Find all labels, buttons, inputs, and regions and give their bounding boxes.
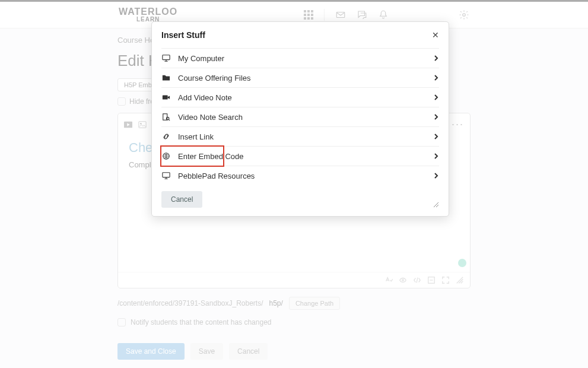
svg-rect-7 [163,55,170,60]
modal-resize-handle[interactable] [432,201,439,208]
modal-item-enter-embed-code[interactable]: Enter Embed Code [161,147,439,166]
modal-item-label: Insert Link [178,132,214,141]
modal-item-label: My Computer [178,54,224,63]
modal-footer: Cancel [152,185,449,208]
modal-item-insert-link[interactable]: Insert Link [161,127,439,147]
modal-item-pebblepad-resources[interactable]: PebblePad Resources [161,166,439,185]
link-icon [161,132,171,141]
chevron-right-icon [433,113,439,122]
chevron-right-icon [433,74,439,83]
svg-rect-12 [163,173,170,177]
modal-item-label: PebblePad Resources [178,172,255,180]
close-icon[interactable]: ✕ [432,30,439,40]
chevron-right-icon [433,54,439,63]
modal-item-label: Video Note Search [178,113,243,122]
modal-item-label: Enter Embed Code [178,152,244,161]
chevron-right-icon [433,172,439,180]
modal-item-video-note-search[interactable]: Video Note Search [161,107,439,127]
search-icon [161,112,171,122]
monitor-icon [161,53,171,63]
chevron-right-icon [433,93,439,102]
modal-item-label: Course Offering Files [178,74,251,83]
modal-title: Insert Stuff [161,30,205,40]
globe-icon [161,151,171,161]
insert-stuff-modal: Insert Stuff ✕ My ComputerCourse Offerin… [151,21,449,217]
modal-item-label: Add Video Note [178,93,232,102]
chevron-right-icon [433,152,439,161]
modal-cancel-button[interactable]: Cancel [161,191,202,208]
modal-item-add-video-note[interactable]: Add Video Note [161,88,439,107]
chevron-right-icon [433,132,439,141]
monitor-icon [161,171,171,180]
modal-item-course-offering-files[interactable]: Course Offering Files [161,68,439,88]
svg-point-10 [166,117,169,119]
svg-rect-8 [163,96,168,100]
modal-header: Insert Stuff ✕ [152,22,449,48]
folder-icon [161,73,171,83]
camera-icon [161,93,171,102]
modal-list: My ComputerCourse Offering FilesAdd Vide… [152,48,449,185]
modal-item-my-computer[interactable]: My Computer [161,48,439,68]
